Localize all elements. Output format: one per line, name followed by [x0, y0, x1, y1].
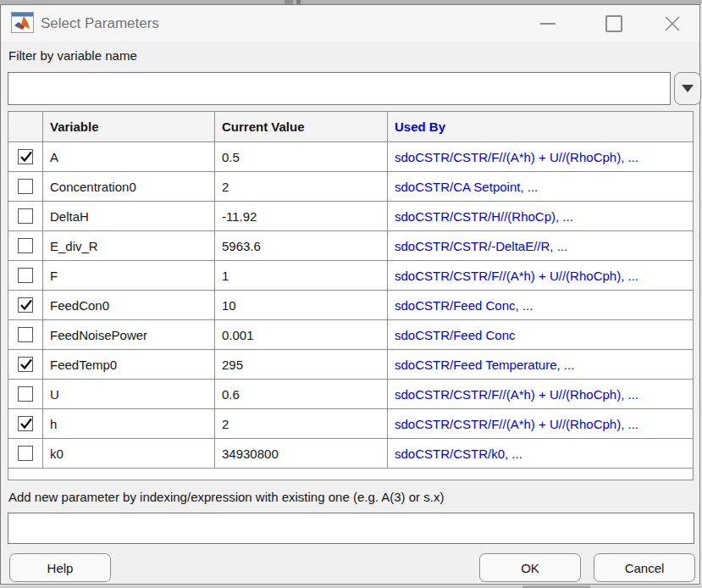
cell-current-value: 2 [215, 409, 388, 439]
cell-current-value: 1 [215, 261, 388, 291]
filter-dropdown-button[interactable] [674, 72, 701, 105]
cell-variable: F [43, 261, 215, 291]
close-button[interactable] [654, 5, 691, 42]
header-current-value: Current Value [215, 112, 388, 142]
row-checkbox-cell [8, 172, 43, 202]
cell-used-by-link[interactable]: sdoCSTR/Feed Conc, ... [388, 291, 693, 320]
checkbox-unchecked[interactable] [18, 327, 33, 342]
table-header-row: Variable Current Value Used By [8, 112, 693, 142]
table-row[interactable]: FeedNoisePower0.001sdoCSTR/Feed Conc [8, 320, 693, 350]
row-checkbox-cell [8, 202, 43, 231]
row-checkbox-cell [8, 142, 43, 172]
table-row[interactable]: k034930800sdoCSTR/CSTR/k0, ... [8, 439, 693, 469]
row-checkbox-cell [8, 291, 43, 320]
checkbox-unchecked[interactable] [18, 386, 33, 402]
row-checkbox-cell [8, 350, 43, 380]
window-title: Select Parameters [41, 5, 159, 42]
checkbox-unchecked[interactable] [18, 446, 33, 461]
cell-current-value: 295 [215, 350, 388, 380]
checkbox-checked[interactable] [18, 149, 33, 164]
table-row[interactable]: F1sdoCSTR/CSTR/F//(A*h) + U//(RhoCph), .… [8, 261, 693, 291]
cell-variable: U [43, 380, 215, 409]
maximize-icon [605, 15, 622, 32]
checkbox-checked[interactable] [18, 297, 33, 313]
cell-current-value: 5963.6 [215, 231, 388, 261]
table-row[interactable]: DeltaH-11.92sdoCSTR/CSTR/H//(RhoCp), ... [8, 202, 693, 231]
cell-used-by-link[interactable]: sdoCSTR/CA Setpoint, ... [388, 172, 693, 202]
parameter-table: Variable Current Value Used By A0.5sdoCS… [8, 111, 694, 480]
cell-variable: Concentration0 [43, 172, 215, 202]
close-icon [665, 16, 680, 31]
minimize-icon [540, 23, 556, 25]
filter-input[interactable] [8, 72, 671, 105]
add-parameter-input[interactable] [8, 513, 694, 544]
checkbox-unchecked[interactable] [18, 208, 33, 224]
maximize-button[interactable] [595, 5, 633, 42]
row-checkbox-cell [8, 261, 43, 291]
add-parameter-label: Add new parameter by indexing/expression… [8, 490, 444, 504]
header-checkbox-column [8, 112, 43, 142]
table-row[interactable]: A0.5sdoCSTR/CSTR/F//(A*h) + U//(RhoCph),… [8, 142, 693, 172]
checkbox-unchecked[interactable] [18, 238, 33, 253]
minimize-button[interactable] [529, 5, 567, 42]
table-row[interactable]: FeedTemp0295sdoCSTR/Feed Temperature, ..… [8, 350, 693, 380]
row-checkbox-cell [8, 409, 43, 439]
table-body: A0.5sdoCSTR/CSTR/F//(A*h) + U//(RhoCph),… [8, 142, 693, 469]
cell-used-by-link[interactable]: sdoCSTR/CSTR/F//(A*h) + U//(RhoCph), ... [388, 409, 693, 439]
row-checkbox-cell [8, 320, 43, 350]
cell-used-by-link[interactable]: sdoCSTR/CSTR/F//(A*h) + U//(RhoCph), ... [388, 380, 693, 409]
table-row[interactable]: FeedCon010sdoCSTR/Feed Conc, ... [8, 291, 693, 320]
table-row[interactable]: h2sdoCSTR/CSTR/F//(A*h) + U//(RhoCph), .… [8, 409, 693, 439]
cell-current-value: 0.6 [215, 380, 388, 409]
cell-used-by-link[interactable]: sdoCSTR/CSTR/-DeltaE//R, ... [388, 231, 693, 261]
cell-current-value: 2 [215, 172, 388, 202]
table-row[interactable]: U0.6sdoCSTR/CSTR/F//(A*h) + U//(RhoCph),… [8, 380, 693, 409]
checkbox-checked[interactable] [18, 357, 33, 372]
table-row[interactable]: E_div_R5963.6sdoCSTR/CSTR/-DeltaE//R, ..… [8, 231, 693, 261]
header-variable: Variable [43, 112, 215, 142]
filter-label: Filter by variable name [8, 48, 137, 63]
cell-variable: A [43, 142, 215, 172]
cancel-button[interactable]: Cancel [594, 553, 695, 582]
checkbox-checked[interactable] [18, 416, 33, 431]
matlab-logo-icon [11, 12, 34, 33]
row-checkbox-cell [8, 439, 43, 469]
cell-used-by-link[interactable]: sdoCSTR/CSTR/F//(A*h) + U//(RhoCph), ... [388, 261, 693, 291]
cell-variable: h [43, 409, 215, 439]
cell-current-value: 10 [215, 291, 388, 320]
cell-current-value: -11.92 [215, 202, 388, 231]
cell-used-by-link[interactable]: sdoCSTR/CSTR/k0, ... [388, 439, 693, 469]
header-used-by: Used By [388, 112, 693, 142]
help-button[interactable]: Help [9, 553, 111, 582]
chevron-down-icon [682, 85, 694, 92]
select-parameters-dialog: Select Parameters Filter by variable nam… [0, 4, 700, 585]
cell-used-by-link[interactable]: sdoCSTR/Feed Temperature, ... [388, 350, 693, 380]
title-bar[interactable]: Select Parameters [1, 5, 699, 42]
cell-variable: FeedCon0 [43, 291, 215, 320]
row-checkbox-cell [8, 231, 43, 261]
cell-current-value: 0.001 [215, 320, 388, 350]
cell-variable: FeedTemp0 [43, 350, 215, 380]
cell-current-value: 34930800 [215, 439, 388, 469]
table-row[interactable]: Concentration02sdoCSTR/CA Setpoint, ... [8, 172, 693, 202]
cell-used-by-link[interactable]: sdoCSTR/CSTR/F//(A*h) + U//(RhoCph), ... [388, 142, 693, 172]
ok-button[interactable]: OK [479, 553, 581, 582]
cell-variable: k0 [43, 439, 215, 469]
cell-used-by-link[interactable]: sdoCSTR/CSTR/H//(RhoCp), ... [388, 202, 693, 231]
cell-variable: E_div_R [43, 231, 215, 261]
row-checkbox-cell [8, 380, 43, 409]
cell-used-by-link[interactable]: sdoCSTR/Feed Conc [388, 320, 693, 350]
cell-current-value: 0.5 [215, 142, 388, 172]
checkbox-unchecked[interactable] [18, 179, 33, 194]
cell-variable: DeltaH [43, 202, 215, 231]
cell-variable: FeedNoisePower [43, 320, 215, 350]
checkbox-unchecked[interactable] [18, 268, 33, 283]
